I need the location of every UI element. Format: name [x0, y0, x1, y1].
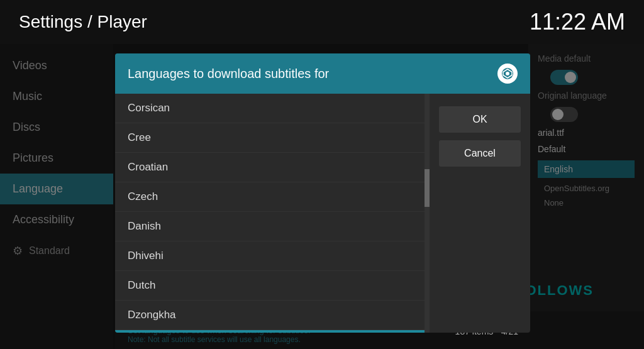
cancel-button[interactable]: Cancel [439, 140, 521, 167]
list-item-english[interactable]: English [115, 330, 430, 333]
kodi-icon [497, 64, 518, 84]
ok-button[interactable]: OK [439, 106, 521, 133]
svg-point-2 [506, 72, 509, 75]
list-scrollbar[interactable] [425, 94, 430, 333]
dialog-body: Corsican Cree Croatian Czech Danish Dhiv… [115, 94, 530, 333]
language-dialog: Languages to download subtitles for Cors… [115, 53, 530, 333]
clock: 11:22 AM [530, 9, 625, 35]
list-item[interactable]: Cree [115, 123, 430, 153]
list-item[interactable]: Dzongkha [115, 301, 430, 330]
list-item[interactable]: Croatian [115, 153, 430, 182]
scrollbar-thumb[interactable] [425, 169, 430, 207]
kodi-logo [501, 67, 514, 80]
list-item[interactable]: Dhivehi [115, 241, 430, 271]
list-item[interactable]: Dutch [115, 271, 430, 301]
list-item[interactable]: Czech [115, 182, 430, 212]
dialog-title: Languages to download subtitles for [128, 67, 329, 81]
list-item[interactable]: Danish [115, 212, 430, 241]
header: Settings / Player 11:22 AM [0, 0, 644, 44]
page-title: Settings / Player [19, 12, 147, 32]
list-item[interactable]: Corsican [115, 94, 430, 123]
language-list[interactable]: Corsican Cree Croatian Czech Danish Dhiv… [115, 94, 430, 333]
dialog-header: Languages to download subtitles for [115, 53, 530, 94]
dialog-actions: OK Cancel [430, 94, 530, 333]
